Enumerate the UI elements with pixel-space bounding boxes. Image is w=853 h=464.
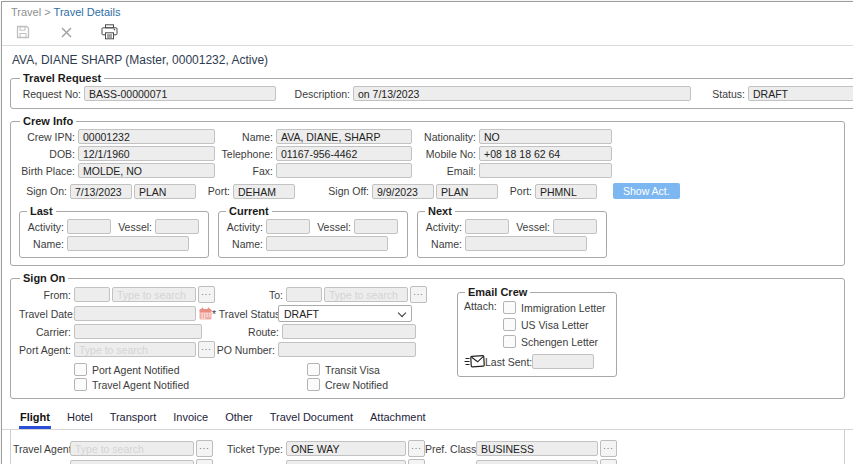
travel-request-legend: Travel Request — [20, 72, 104, 84]
crew-notified-checkbox[interactable] — [307, 378, 320, 391]
travel-date-field[interactable] — [74, 306, 196, 321]
ticket-type-field[interactable]: ONE WAY — [286, 441, 406, 456]
tab-transport[interactable]: Transport — [109, 405, 158, 429]
travel-details-window: Travel>Travel Details AVA, DIANE SHARP (… — [1, 1, 853, 464]
mobile-no-label: Mobile No: — [416, 148, 479, 160]
close-icon[interactable] — [57, 23, 75, 41]
from-lookup-button[interactable] — [198, 286, 215, 303]
port-agent-notified-checkbox[interactable] — [74, 363, 87, 376]
travel-agent-notified-checkbox[interactable] — [74, 378, 87, 391]
pref-airline-lookup-button[interactable] — [408, 459, 425, 464]
send-email-icon[interactable] — [464, 355, 485, 368]
request-no-label: Request No: — [19, 88, 84, 100]
po-number-field[interactable] — [278, 342, 416, 357]
pref-seat-lookup-button[interactable] — [600, 459, 617, 464]
print-icon[interactable] — [100, 23, 118, 41]
immigration-letter-checkbox[interactable] — [503, 301, 516, 314]
tab-attachment[interactable]: Attachment — [369, 405, 427, 429]
sign-off-port-label: Port: — [500, 185, 535, 197]
name-field[interactable]: AVA, DIANE, SHARP — [276, 129, 412, 144]
to-code-field[interactable] — [286, 287, 322, 302]
flight-tab-panel: Travel Agent: Type to search Ticket Type… — [10, 430, 845, 464]
pref-class-label: Pref. Class: — [425, 443, 476, 455]
description-field[interactable]: on 7/13/2023 — [353, 86, 691, 101]
breadcrumb-parent[interactable]: Travel — [11, 6, 41, 18]
next-activity-field[interactable] — [465, 219, 509, 234]
current-activity-field[interactable] — [266, 219, 310, 234]
port-agent-lookup-button[interactable] — [198, 341, 215, 358]
last-activity-legend: Last — [27, 205, 56, 217]
schengen-letter-checkbox[interactable] — [503, 335, 516, 348]
last-name-label: Name: — [26, 238, 67, 250]
breadcrumb-current[interactable]: Travel Details — [54, 6, 121, 18]
sign-off-status-field[interactable]: PLAN — [436, 184, 498, 199]
pref-class-lookup-button[interactable] — [600, 440, 617, 457]
email-field[interactable] — [479, 163, 612, 178]
last-sent-field[interactable] — [532, 354, 594, 369]
show-act-button[interactable]: Show Act. — [613, 183, 680, 199]
fax-field[interactable] — [276, 163, 412, 178]
last-sent-label: Last Sent: — [485, 356, 532, 368]
route-field[interactable] — [282, 324, 416, 339]
last-vessel-field[interactable] — [155, 219, 199, 234]
current-activity-label: Activity: — [225, 221, 266, 233]
email-crew-legend: Email Crew — [465, 286, 530, 298]
from-code-field[interactable] — [74, 287, 110, 302]
current-vessel-label: Vessel: — [313, 221, 354, 233]
last-activity-field[interactable] — [67, 219, 111, 234]
tab-travel-document[interactable]: Travel Document — [269, 405, 354, 429]
tab-invoice[interactable]: Invoice — [172, 405, 209, 429]
tab-hotel[interactable]: Hotel — [66, 405, 94, 429]
sign-off-date-field[interactable]: 9/9/2023 — [372, 184, 434, 199]
tab-bar: Flight Hotel Transport Invoice Other Tra… — [2, 405, 853, 430]
travel-status-select[interactable]: DRAFT — [278, 305, 412, 322]
travel-date-label: Travel Date: — [19, 308, 74, 320]
birth-place-field[interactable]: MOLDE, NO — [78, 163, 215, 178]
tab-other[interactable]: Other — [224, 405, 254, 429]
carrier-field[interactable] — [74, 324, 202, 339]
pref-seat-field[interactable]: WINDOW — [476, 460, 598, 464]
last-name-field[interactable] — [67, 236, 189, 251]
pref-airline-field[interactable]: EMIRATES — [286, 460, 406, 464]
dob-field[interactable]: 12/1/1960 — [78, 146, 215, 161]
travel-agent-lookup-button[interactable] — [196, 440, 213, 457]
pref-class-field[interactable]: BUSINESS — [476, 441, 598, 456]
description-label: Description: — [276, 88, 353, 100]
status-label: Status: — [691, 88, 748, 100]
travel-agent-field[interactable]: Type to search — [70, 441, 194, 456]
telephone-field[interactable]: 01167-956-4462 — [276, 146, 412, 161]
status-field[interactable]: DRAFT — [748, 86, 853, 101]
current-vessel-field[interactable] — [354, 219, 398, 234]
current-name-field[interactable] — [266, 236, 388, 251]
save-icon[interactable] — [14, 23, 32, 41]
next-vessel-field[interactable] — [553, 219, 597, 234]
pref-meals-field[interactable]: WESTERN CUISINE — [70, 460, 194, 464]
sign-on-legend: Sign On — [20, 272, 68, 284]
ticket-type-label: Ticket Type: — [213, 443, 286, 455]
port-agent-field[interactable]: Type to search — [74, 342, 196, 357]
route-label: Route: — [202, 326, 282, 338]
tab-flight[interactable]: Flight — [19, 405, 51, 429]
nationality-label: Nationality: — [416, 131, 479, 143]
sign-on-status-field[interactable]: PLAN — [134, 184, 196, 199]
to-search-field[interactable]: Type to search — [324, 287, 408, 302]
sign-off-port-field[interactable]: PHMNL — [535, 184, 597, 199]
transit-visa-checkbox[interactable] — [307, 363, 320, 376]
next-name-field[interactable] — [465, 236, 587, 251]
sign-on-port-field[interactable]: DEHAM — [233, 184, 295, 199]
pref-meals-lookup-button[interactable] — [196, 459, 213, 464]
calendar-icon[interactable] — [199, 307, 212, 320]
nationality-field[interactable]: NO — [479, 129, 612, 144]
crew-ipn-field[interactable]: 00001232 — [78, 129, 215, 144]
mobile-no-field[interactable]: +08 18 18 62 64 — [479, 146, 612, 161]
email-crew-box: Email Crew Attach: Immigration Letter US… — [457, 286, 617, 377]
us-visa-letter-checkbox[interactable] — [503, 318, 516, 331]
sign-on-label: Sign On: — [19, 185, 70, 197]
ticket-type-lookup-button[interactable] — [408, 440, 425, 457]
attach-label: Attach: — [464, 298, 503, 351]
from-search-field[interactable]: Type to search — [112, 287, 196, 302]
sign-on-date-field[interactable]: 7/13/2023 — [70, 184, 132, 199]
toolbar — [2, 20, 853, 46]
to-lookup-button[interactable] — [410, 286, 427, 303]
request-no-field[interactable]: BASS-00000071 — [84, 86, 276, 101]
